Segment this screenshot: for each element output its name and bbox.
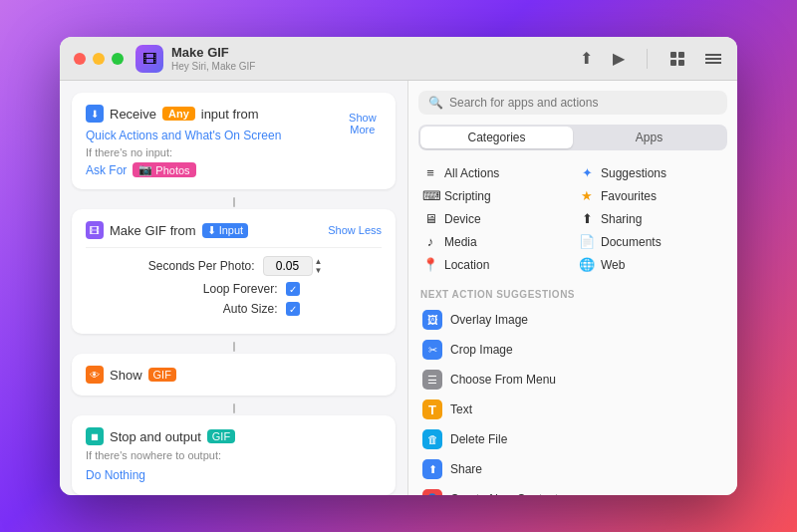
cat-suggestions[interactable]: ✦ Suggestions xyxy=(575,162,727,183)
tab-apps[interactable]: Apps xyxy=(573,127,725,148)
tab-categories[interactable]: Categories xyxy=(420,127,573,148)
right-panel: 🔍 Categories Apps ≡ All Actions ✦ Sugges… xyxy=(408,81,737,495)
cat-device[interactable]: 🖥 Device xyxy=(418,208,571,229)
crop-image-icon: ✂ xyxy=(422,340,442,360)
favourites-icon: ★ xyxy=(579,188,595,203)
maximize-button[interactable] xyxy=(112,53,124,65)
stop-icon: ⏹ xyxy=(86,427,104,445)
main-window: 🎞 Make GIF Hey Siri, Make GIF ⬆ ▶ xyxy=(60,37,737,495)
close-button[interactable] xyxy=(74,53,86,65)
show-gif-tag[interactable]: GIF xyxy=(148,368,176,382)
cat-favourites[interactable]: ★ Favourites xyxy=(575,185,727,206)
show-more-button[interactable]: Show More xyxy=(344,112,382,135)
documents-label: Documents xyxy=(601,235,662,249)
show-icon: 👁 xyxy=(86,366,104,384)
menu-button[interactable] xyxy=(703,51,723,67)
no-output-text: If there's nowhere to output: xyxy=(86,449,382,461)
action-choose-from-menu[interactable]: ☰ Choose From Menu xyxy=(418,365,727,395)
ask-for-row: Ask For 📷 Photos xyxy=(86,162,382,177)
play-button[interactable]: ▶ xyxy=(611,47,627,70)
connector-line-2 xyxy=(233,342,235,352)
cat-location[interactable]: 📍 Location xyxy=(418,254,571,275)
cat-all-actions[interactable]: ≡ All Actions xyxy=(418,162,571,183)
share-icon: ⬆ xyxy=(422,459,442,479)
search-input[interactable] xyxy=(449,96,717,110)
scripting-label: Scripting xyxy=(444,189,491,203)
svg-rect-1 xyxy=(678,52,684,58)
cat-scripting[interactable]: ⌨ Scripting xyxy=(418,185,571,206)
stepper-down[interactable]: ▼ xyxy=(315,266,323,275)
traffic-lights xyxy=(74,53,124,65)
stop-gif-tag[interactable]: GIF xyxy=(207,429,235,443)
stop-card: ⏹ Stop and output GIF If there's nowhere… xyxy=(72,415,396,495)
web-icon: 🌐 xyxy=(579,257,595,272)
suggestions-icon: ✦ xyxy=(579,165,595,180)
auto-size-checkbox[interactable]: ✓ xyxy=(286,302,300,316)
media-label: Media xyxy=(444,235,477,249)
tag-any[interactable]: Any xyxy=(162,107,195,121)
text-icon: T xyxy=(422,399,442,419)
cat-media[interactable]: ♪ Media xyxy=(418,231,571,252)
hamburger-icon xyxy=(705,53,721,65)
minimize-button[interactable] xyxy=(93,53,105,65)
receive-title-row: ⬇ Receive Any input from Quick Actions a… xyxy=(86,105,344,142)
action-share[interactable]: ⬆ Share xyxy=(418,454,727,484)
connector-line-3 xyxy=(233,403,235,413)
stepper-up[interactable]: ▲ xyxy=(315,257,323,266)
cat-web[interactable]: 🌐 Web xyxy=(575,254,727,275)
left-panel: ⬇ Receive Any input from Quick Actions a… xyxy=(60,81,408,495)
svg-rect-0 xyxy=(670,52,676,58)
sharing-label: Sharing xyxy=(601,212,642,226)
receive-header: ⬇ Receive Any input from Quick Actions a… xyxy=(86,105,382,142)
action-overlay-image[interactable]: 🖼 Overlay Image xyxy=(418,305,727,335)
do-nothing-link[interactable]: Do Nothing xyxy=(86,468,145,482)
location-icon: 📍 xyxy=(422,257,438,272)
photos-tag: 📷 Photos xyxy=(133,162,195,177)
window-subtitle: Hey Siri, Make GIF xyxy=(171,61,255,72)
action-delete-file[interactable]: 🗑 Delete File xyxy=(418,424,727,454)
device-label: Device xyxy=(444,212,481,226)
loop-label: Loop Forever: xyxy=(168,282,278,296)
delete-file-icon: 🗑 xyxy=(422,429,442,449)
search-box: 🔍 xyxy=(418,91,727,115)
grid-button[interactable] xyxy=(667,49,687,69)
export-button[interactable]: ⬆ xyxy=(578,47,595,70)
media-icon: ♪ xyxy=(422,234,438,249)
seconds-input[interactable] xyxy=(263,256,313,276)
create-contact-icon: 👤 xyxy=(422,489,442,495)
input-from-text: input from xyxy=(201,107,259,122)
no-input-text: If there's no input: xyxy=(86,146,382,158)
grid-icon xyxy=(669,51,685,67)
action-crop-image[interactable]: ✂ Crop Image xyxy=(418,335,727,365)
title-info: Make GIF Hey Siri, Make GIF xyxy=(171,45,255,72)
loop-forever-row: Loop Forever: ✓ xyxy=(86,282,382,296)
window-title: Make GIF xyxy=(171,45,255,61)
seconds-value: ▲ ▼ xyxy=(263,256,323,276)
main-content: ⬇ Receive Any input from Quick Actions a… xyxy=(60,81,737,495)
cat-sharing[interactable]: ⬆ Sharing xyxy=(575,208,727,229)
auto-size-row: Auto Size: ✓ xyxy=(86,302,382,316)
titlebar: 🎞 Make GIF Hey Siri, Make GIF ⬆ ▶ xyxy=(60,37,737,81)
show-title-row: 👁 Show GIF xyxy=(86,366,382,384)
action-text[interactable]: T Text xyxy=(418,395,727,424)
choose-menu-label: Choose From Menu xyxy=(450,373,556,387)
quick-actions-link[interactable]: Quick Actions and What's On Screen xyxy=(86,129,281,142)
loop-checkbox[interactable]: ✓ xyxy=(286,282,300,296)
share-label: Share xyxy=(450,462,482,476)
cat-documents[interactable]: 📄 Documents xyxy=(575,231,727,252)
tab-bar: Categories Apps xyxy=(418,125,727,150)
documents-icon: 📄 xyxy=(579,234,595,249)
connector-3 xyxy=(72,403,396,413)
choose-menu-icon: ☰ xyxy=(422,370,442,390)
create-contact-label: Create New Contact xyxy=(450,492,558,495)
input-tag[interactable]: ⬇ Input xyxy=(202,223,248,238)
action-create-contact[interactable]: 👤 Create New Contact xyxy=(418,484,727,495)
connector-1 xyxy=(72,197,396,207)
search-icon: 🔍 xyxy=(428,96,443,110)
show-less-button[interactable]: Show Less xyxy=(328,224,382,236)
overlay-image-label: Overlay Image xyxy=(450,313,528,327)
web-label: Web xyxy=(601,258,625,272)
ask-for-label[interactable]: Ask For xyxy=(86,163,127,177)
overlay-image-icon: 🖼 xyxy=(422,310,442,330)
stepper-arrows[interactable]: ▲ ▼ xyxy=(315,257,323,275)
